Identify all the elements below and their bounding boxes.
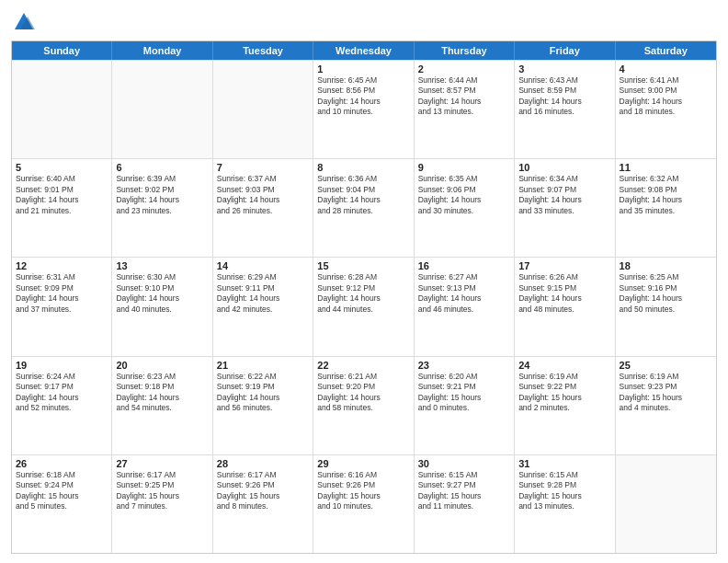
cell-info: Sunrise: 6:23 AM Sunset: 9:18 PM Dayligh… (116, 372, 208, 414)
cell-info: Sunrise: 6:19 AM Sunset: 9:22 PM Dayligh… (518, 372, 610, 414)
calendar-cell: 4Sunrise: 6:41 AM Sunset: 9:00 PM Daylig… (616, 61, 716, 158)
calendar-cell (616, 455, 716, 553)
day-header-friday: Friday (515, 41, 615, 60)
calendar-row: 5Sunrise: 6:40 AM Sunset: 9:01 PM Daylig… (12, 158, 716, 257)
day-number: 12 (16, 260, 108, 271)
cell-info: Sunrise: 6:44 AM Sunset: 8:57 PM Dayligh… (418, 75, 510, 118)
calendar-cell: 30Sunrise: 6:15 AM Sunset: 9:27 PM Dayli… (415, 455, 515, 553)
calendar-cell: 2Sunrise: 6:44 AM Sunset: 8:57 PM Daylig… (415, 61, 515, 158)
calendar-cell: 8Sunrise: 6:36 AM Sunset: 9:04 PM Daylig… (313, 159, 414, 257)
cell-info: Sunrise: 6:22 AM Sunset: 9:19 PM Dayligh… (217, 372, 309, 414)
calendar-cell: 14Sunrise: 6:29 AM Sunset: 9:11 PM Dayli… (213, 258, 313, 355)
cell-info: Sunrise: 6:24 AM Sunset: 9:17 PM Dayligh… (16, 372, 108, 414)
calendar-cell: 23Sunrise: 6:20 AM Sunset: 9:21 PM Dayli… (415, 357, 515, 454)
calendar-cell: 27Sunrise: 6:17 AM Sunset: 9:25 PM Dayli… (112, 455, 212, 553)
day-number: 17 (518, 260, 610, 271)
cell-info: Sunrise: 6:21 AM Sunset: 9:20 PM Dayligh… (317, 372, 409, 414)
cell-info: Sunrise: 6:45 AM Sunset: 8:56 PM Dayligh… (317, 75, 409, 118)
page: SundayMondayTuesdayWednesdayThursdayFrid… (0, 0, 728, 563)
day-header-sunday: Sunday (12, 41, 112, 60)
day-number: 27 (116, 458, 208, 469)
calendar-cell: 29Sunrise: 6:16 AM Sunset: 9:26 PM Dayli… (313, 455, 414, 553)
day-number: 7 (217, 162, 309, 173)
day-number: 22 (317, 360, 409, 371)
day-number: 1 (317, 63, 409, 75)
calendar-row: 12Sunrise: 6:31 AM Sunset: 9:09 PM Dayli… (12, 257, 716, 355)
cell-info: Sunrise: 6:17 AM Sunset: 9:25 PM Dayligh… (116, 470, 208, 512)
cell-info: Sunrise: 6:41 AM Sunset: 9:00 PM Dayligh… (620, 75, 712, 118)
day-number: 4 (620, 63, 712, 75)
day-number: 28 (217, 458, 309, 469)
calendar: SundayMondayTuesdayWednesdayThursdayFrid… (11, 40, 717, 554)
day-number: 18 (620, 260, 712, 271)
day-header-wednesday: Wednesday (313, 41, 414, 60)
cell-info: Sunrise: 6:30 AM Sunset: 9:10 PM Dayligh… (116, 272, 208, 315)
calendar-cell (12, 61, 112, 158)
day-number: 6 (116, 162, 208, 173)
calendar-cell: 3Sunrise: 6:43 AM Sunset: 8:59 PM Daylig… (515, 61, 615, 158)
calendar-row: 19Sunrise: 6:24 AM Sunset: 9:17 PM Dayli… (12, 356, 716, 454)
day-header-saturday: Saturday (616, 41, 716, 60)
cell-info: Sunrise: 6:35 AM Sunset: 9:06 PM Dayligh… (418, 174, 510, 216)
header (11, 9, 717, 35)
calendar-cell: 12Sunrise: 6:31 AM Sunset: 9:09 PM Dayli… (12, 258, 112, 355)
day-number: 8 (317, 162, 409, 173)
cell-info: Sunrise: 6:19 AM Sunset: 9:23 PM Dayligh… (620, 372, 712, 414)
calendar-cell: 6Sunrise: 6:39 AM Sunset: 9:02 PM Daylig… (112, 159, 212, 257)
cell-info: Sunrise: 6:17 AM Sunset: 9:26 PM Dayligh… (217, 470, 309, 512)
day-header-thursday: Thursday (415, 41, 515, 60)
calendar-cell (213, 61, 313, 158)
cell-info: Sunrise: 6:27 AM Sunset: 9:13 PM Dayligh… (418, 272, 510, 315)
day-number: 31 (518, 458, 610, 469)
day-number: 23 (418, 360, 510, 371)
day-number: 9 (418, 162, 510, 173)
day-number: 20 (116, 360, 208, 371)
calendar-cell: 13Sunrise: 6:30 AM Sunset: 9:10 PM Dayli… (112, 258, 212, 355)
calendar-header: SundayMondayTuesdayWednesdayThursdayFrid… (12, 41, 716, 60)
calendar-cell: 22Sunrise: 6:21 AM Sunset: 9:20 PM Dayli… (313, 357, 414, 454)
cell-info: Sunrise: 6:15 AM Sunset: 9:28 PM Dayligh… (518, 470, 610, 512)
day-number: 19 (16, 360, 108, 371)
day-number: 25 (620, 360, 712, 371)
calendar-cell: 11Sunrise: 6:32 AM Sunset: 9:08 PM Dayli… (616, 159, 716, 257)
cell-info: Sunrise: 6:29 AM Sunset: 9:11 PM Dayligh… (217, 272, 309, 315)
calendar-cell: 15Sunrise: 6:28 AM Sunset: 9:12 PM Dayli… (313, 258, 414, 355)
calendar-cell: 28Sunrise: 6:17 AM Sunset: 9:26 PM Dayli… (213, 455, 313, 553)
day-number: 29 (317, 458, 409, 469)
cell-info: Sunrise: 6:39 AM Sunset: 9:02 PM Dayligh… (116, 174, 208, 216)
calendar-cell: 1Sunrise: 6:45 AM Sunset: 8:56 PM Daylig… (313, 61, 414, 158)
calendar-body: 1Sunrise: 6:45 AM Sunset: 8:56 PM Daylig… (12, 60, 716, 553)
cell-info: Sunrise: 6:18 AM Sunset: 9:24 PM Dayligh… (16, 470, 108, 512)
cell-info: Sunrise: 6:32 AM Sunset: 9:08 PM Dayligh… (620, 174, 712, 216)
calendar-cell: 5Sunrise: 6:40 AM Sunset: 9:01 PM Daylig… (12, 159, 112, 257)
calendar-row: 26Sunrise: 6:18 AM Sunset: 9:24 PM Dayli… (12, 454, 716, 553)
cell-info: Sunrise: 6:25 AM Sunset: 9:16 PM Dayligh… (620, 272, 712, 315)
logo-icon (11, 9, 37, 35)
calendar-cell: 16Sunrise: 6:27 AM Sunset: 9:13 PM Dayli… (415, 258, 515, 355)
calendar-cell: 26Sunrise: 6:18 AM Sunset: 9:24 PM Dayli… (12, 455, 112, 553)
day-header-tuesday: Tuesday (213, 41, 313, 60)
calendar-cell: 20Sunrise: 6:23 AM Sunset: 9:18 PM Dayli… (112, 357, 212, 454)
day-header-monday: Monday (112, 41, 212, 60)
day-number: 30 (418, 458, 510, 469)
cell-info: Sunrise: 6:43 AM Sunset: 8:59 PM Dayligh… (518, 75, 610, 118)
day-number: 3 (518, 63, 610, 75)
day-number: 14 (217, 260, 309, 271)
day-number: 26 (16, 458, 108, 469)
cell-info: Sunrise: 6:40 AM Sunset: 9:01 PM Dayligh… (16, 174, 108, 216)
cell-info: Sunrise: 6:20 AM Sunset: 9:21 PM Dayligh… (418, 372, 510, 414)
day-number: 11 (620, 162, 712, 173)
cell-info: Sunrise: 6:16 AM Sunset: 9:26 PM Dayligh… (317, 470, 409, 512)
cell-info: Sunrise: 6:36 AM Sunset: 9:04 PM Dayligh… (317, 174, 409, 216)
day-number: 21 (217, 360, 309, 371)
day-number: 5 (16, 162, 108, 173)
calendar-cell: 25Sunrise: 6:19 AM Sunset: 9:23 PM Dayli… (616, 357, 716, 454)
calendar-row: 1Sunrise: 6:45 AM Sunset: 8:56 PM Daylig… (12, 60, 716, 158)
cell-info: Sunrise: 6:31 AM Sunset: 9:09 PM Dayligh… (16, 272, 108, 315)
cell-info: Sunrise: 6:34 AM Sunset: 9:07 PM Dayligh… (518, 174, 610, 216)
logo (11, 9, 40, 35)
calendar-cell: 21Sunrise: 6:22 AM Sunset: 9:19 PM Dayli… (213, 357, 313, 454)
calendar-cell (112, 61, 212, 158)
day-number: 15 (317, 260, 409, 271)
calendar-cell: 18Sunrise: 6:25 AM Sunset: 9:16 PM Dayli… (616, 258, 716, 355)
